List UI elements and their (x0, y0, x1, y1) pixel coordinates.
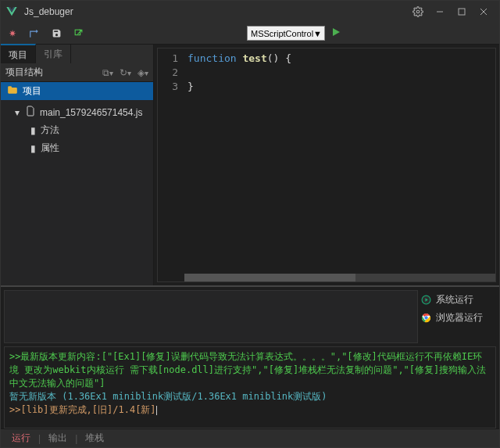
output-area (4, 290, 418, 343)
copy-icon[interactable]: ⧉▾ (102, 67, 113, 78)
bookmark-icon[interactable]: ◈▾ (138, 67, 148, 78)
toolbar: ✷ MSScriptControl ▼ (1, 23, 499, 45)
window-title: Js_debuger (24, 6, 73, 17)
console-line: >>[lib]更新完成,[旧]/1.4[新] (9, 404, 156, 415)
cube-icon: ▮ (30, 143, 36, 154)
settings-icon[interactable] (407, 1, 429, 23)
console-line: 暂无新版本 (1.36Ex1 miniblink测试版/1.36Ex1 mini… (9, 390, 491, 403)
browser-run-label: 浏览器运行 (436, 311, 483, 324)
system-run-label: 系统运行 (436, 293, 473, 306)
scroll-icon[interactable] (27, 27, 41, 41)
sidebar: 项目 引库 项目结构 ⧉▾ ↻▾ ◈▾ 项目 ▾ main_157924657 (1, 45, 154, 285)
refresh-icon[interactable]: ↻▾ (120, 67, 131, 78)
project-root[interactable]: 项目 (1, 82, 153, 100)
output-panel: 系统运行 浏览器运行 (1, 285, 499, 346)
chevron-down-icon: ▼ (313, 29, 322, 38)
tab-run[interactable]: 运行 (4, 429, 38, 447)
title-bar: Js_debuger (1, 1, 499, 23)
tab-stack[interactable]: 堆栈 (77, 429, 112, 447)
sidebar-tab-project[interactable]: 项目 (1, 44, 36, 65)
horizontal-scrollbar[interactable] (184, 274, 495, 281)
chevron-down-icon: ▾ (15, 107, 21, 118)
cube-icon: ▮ (30, 125, 36, 136)
console-line: >>最新版本更新内容:["[Ex1][修复]误删代码导致无法计算表达式。。。。"… (9, 350, 491, 390)
line-gutter: 1 2 3 (158, 48, 184, 281)
node-label: 方法 (41, 124, 59, 137)
project-tree: ▾ main_1579246571454.js ▮ 方法 ▮ 属性 (1, 100, 153, 160)
caret-icon (156, 406, 157, 415)
close-icon[interactable] (473, 1, 495, 23)
system-run-button[interactable]: 系统运行 (421, 293, 493, 306)
file-icon (26, 106, 35, 119)
engine-value: MSScriptControl (251, 29, 313, 38)
browser-run-button[interactable]: 浏览器运行 (421, 311, 493, 324)
tree-node-methods[interactable]: ▮ 方法 (1, 121, 153, 139)
engine-select[interactable]: MSScriptControl ▼ (247, 26, 325, 41)
bug-icon[interactable]: ✷ (5, 27, 20, 41)
project-root-label: 项目 (23, 84, 41, 98)
folder-icon (7, 85, 18, 97)
file-name: main_1579246571454.js (40, 107, 142, 118)
svg-rect-2 (459, 9, 465, 15)
run-icon[interactable] (331, 27, 341, 39)
main-area: 项目 引库 项目结构 ⧉▾ ↻▾ ◈▾ 项目 ▾ main_157924657 (1, 45, 499, 285)
maximize-icon[interactable] (451, 1, 473, 23)
code-editor[interactable]: 1 2 3 function test() { } (157, 48, 496, 282)
node-label: 属性 (41, 142, 59, 155)
svg-point-0 (416, 10, 420, 13)
app-logo (5, 5, 18, 18)
sidebar-header: 项目结构 ⧉▾ ↻▾ ◈▾ (1, 63, 153, 82)
sidebar-tabs: 项目 引库 (1, 45, 153, 63)
export-icon[interactable] (71, 27, 85, 41)
sidebar-header-label: 项目结构 (5, 66, 43, 79)
sidebar-tab-libs[interactable]: 引库 (36, 45, 71, 64)
save-icon[interactable] (49, 27, 63, 41)
console: >>最新版本更新内容:["[Ex1][修复]误删代码导致无法计算表达式。。。。"… (4, 346, 496, 428)
tree-node-props[interactable]: ▮ 属性 (1, 139, 153, 157)
minimize-icon[interactable] (429, 1, 451, 23)
tab-output[interactable]: 输出 (41, 429, 75, 447)
file-item[interactable]: ▾ main_1579246571454.js (1, 103, 153, 121)
bottom-tabs: 运行 | 输出 | 堆栈 (1, 428, 499, 447)
code-body[interactable]: function test() { } (184, 48, 495, 281)
scrollbar-thumb[interactable] (184, 274, 355, 281)
